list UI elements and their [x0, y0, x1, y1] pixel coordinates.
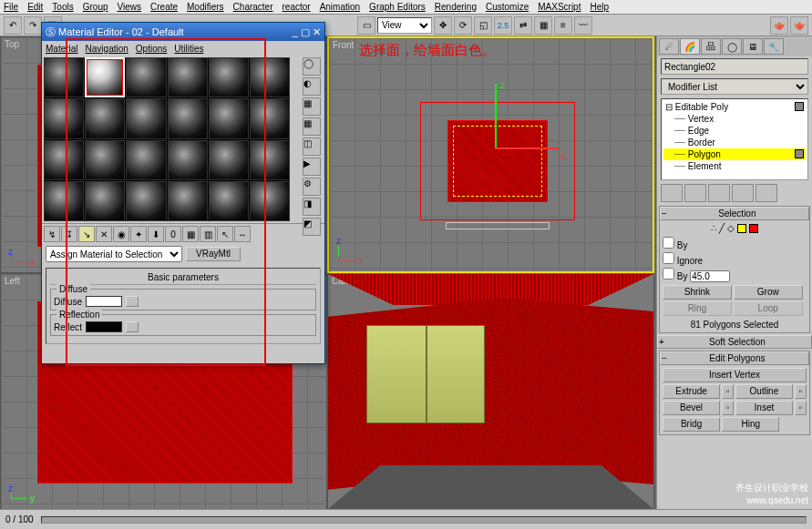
- material-slot[interactable]: [168, 140, 208, 180]
- material-slot[interactable]: [126, 98, 166, 138]
- put-library-button[interactable]: ⬇: [148, 226, 164, 242]
- diffuse-swatch[interactable]: [86, 296, 122, 307]
- modifier-stack[interactable]: ⊟ Editable Poly ┈┈ Vertex ┈┈ Edge ┈┈ Bor…: [661, 98, 808, 180]
- material-slot[interactable]: [126, 140, 166, 180]
- config-button[interactable]: [755, 184, 777, 202]
- loop-button[interactable]: Loop: [734, 301, 803, 316]
- select-button[interactable]: ▭: [357, 16, 375, 35]
- maximize-icon[interactable]: ▢: [301, 26, 313, 37]
- tab-hierarchy[interactable]: 品: [701, 38, 721, 55]
- menu-create[interactable]: Create: [150, 2, 178, 12]
- hinge-button[interactable]: Hing: [722, 417, 779, 432]
- grow-button[interactable]: Grow: [734, 285, 803, 300]
- options-button[interactable]: ⚙: [303, 178, 321, 196]
- material-slot[interactable]: [250, 140, 290, 180]
- align-button[interactable]: ▦: [534, 16, 552, 35]
- extrude-button[interactable]: Extrude: [663, 384, 720, 399]
- menu-character[interactable]: Character: [233, 2, 273, 12]
- delete-button[interactable]: ✕: [96, 226, 112, 242]
- material-slot[interactable]: [209, 57, 249, 97]
- get-material-button[interactable]: ↯: [44, 226, 60, 242]
- make-unique-button[interactable]: ✦: [130, 226, 147, 242]
- menu-maxscript[interactable]: MAXScript: [538, 2, 581, 12]
- ignore-checkbox[interactable]: Ignore: [663, 252, 807, 266]
- render-last-button[interactable]: 🫖: [790, 16, 808, 35]
- material-slot-selected[interactable]: [85, 57, 125, 97]
- stack-element[interactable]: ┈┈ Element: [663, 160, 806, 172]
- stack-root[interactable]: ⊟ Editable Poly: [663, 101, 806, 113]
- reflect-map-button[interactable]: [126, 321, 139, 332]
- material-type-button[interactable]: VRayMtl: [186, 247, 241, 261]
- viewport-front[interactable]: Front z x z│└── x: [327, 36, 654, 273]
- tab-utilities[interactable]: 🔧: [764, 38, 784, 55]
- material-slot[interactable]: [250, 57, 290, 97]
- sample-type-button[interactable]: ◯: [303, 57, 321, 76]
- move-button[interactable]: ✥: [434, 16, 452, 35]
- by-angle-checkbox[interactable]: By: [663, 268, 807, 282]
- preview-button[interactable]: ▶: [303, 158, 321, 176]
- material-slot[interactable]: [250, 181, 290, 221]
- time-slider[interactable]: [41, 516, 807, 524]
- reflect-swatch[interactable]: [86, 321, 122, 332]
- video-check-button[interactable]: ◫: [303, 137, 321, 156]
- material-slot[interactable]: [126, 181, 166, 221]
- stack-edge[interactable]: ┈┈ Edge: [663, 125, 806, 137]
- curve-editor-button[interactable]: 〰: [574, 16, 592, 35]
- material-slot[interactable]: [44, 98, 84, 138]
- sel-vertex-icon[interactable]: ∴: [711, 223, 716, 233]
- bevel-button[interactable]: Bevel: [663, 401, 720, 415]
- view-select[interactable]: View: [377, 17, 432, 34]
- put-material-button[interactable]: ↧: [61, 226, 77, 242]
- basic-params-head[interactable]: Basic parameters: [50, 272, 316, 285]
- tab-motion[interactable]: ◯: [722, 38, 742, 55]
- material-slot[interactable]: [209, 98, 249, 138]
- redo-button[interactable]: ↷: [24, 16, 42, 35]
- material-slot[interactable]: [209, 140, 249, 180]
- menu-tools[interactable]: Tools: [52, 2, 73, 12]
- mat-menu-navigation[interactable]: Navigation: [86, 44, 128, 54]
- material-name-select[interactable]: Assign Material to Selection: [46, 246, 182, 262]
- minimize-icon[interactable]: _: [293, 26, 301, 37]
- show-end-result-button[interactable]: ▥: [200, 226, 216, 242]
- mat-menu-utilities[interactable]: Utilities: [174, 44, 203, 54]
- material-slot[interactable]: [44, 57, 84, 97]
- material-slot[interactable]: [126, 57, 166, 97]
- sel-edge-icon[interactable]: ╱: [719, 223, 725, 233]
- sample-uv-button[interactable]: ▦: [303, 117, 321, 136]
- diffuse-map-button[interactable]: [126, 296, 139, 307]
- show-end-button[interactable]: [684, 184, 706, 202]
- sel-element-icon[interactable]: [749, 224, 758, 233]
- menu-edit[interactable]: Edit: [27, 2, 43, 12]
- tab-create[interactable]: ☄: [659, 38, 679, 55]
- render-button[interactable]: 🫖: [770, 16, 788, 35]
- soft-selection-rollout[interactable]: +Soft Selection: [657, 335, 812, 349]
- mat-menu-material[interactable]: Material: [46, 44, 78, 54]
- viewport-camera[interactable]: Camera01: [327, 273, 654, 510]
- sel-polygon-icon[interactable]: [737, 224, 746, 233]
- menu-modifiers[interactable]: Modifiers: [187, 2, 224, 12]
- select-by-mat-button[interactable]: ◨: [303, 198, 321, 216]
- menu-help[interactable]: Help: [590, 2, 609, 12]
- menu-animation[interactable]: Animation: [320, 2, 360, 12]
- material-slot[interactable]: [85, 181, 125, 221]
- angle-field[interactable]: [690, 270, 730, 282]
- menu-grapheditors[interactable]: Graph Editors: [369, 2, 426, 12]
- main-menubar[interactable]: File Edit Tools Group Views Create Modif…: [0, 0, 812, 15]
- menu-file[interactable]: File: [4, 2, 18, 12]
- material-slot[interactable]: [250, 98, 290, 138]
- material-slot[interactable]: [209, 181, 249, 221]
- material-slots[interactable]: [44, 57, 290, 221]
- go-parent-button[interactable]: ↖: [217, 226, 233, 242]
- object-name-field[interactable]: [661, 58, 808, 75]
- shrink-button[interactable]: Shrink: [663, 285, 732, 300]
- material-editor-window[interactable]: Ⓢ Material Editor - 02 - Default _ ▢ ✕ M…: [41, 22, 325, 364]
- background-button[interactable]: ▦: [303, 97, 321, 116]
- insert-vertex-button[interactable]: Insert Vertex: [663, 368, 807, 382]
- by-vertex-checkbox[interactable]: By: [663, 237, 807, 250]
- modifier-list[interactable]: Modifier List: [661, 78, 808, 95]
- menu-group[interactable]: Group: [83, 2, 108, 12]
- go-sibling-button[interactable]: ↔: [234, 226, 251, 242]
- stack-border[interactable]: ┈┈ Border: [663, 137, 806, 148]
- tab-display[interactable]: 🖥: [743, 38, 763, 55]
- material-slot[interactable]: [168, 181, 208, 221]
